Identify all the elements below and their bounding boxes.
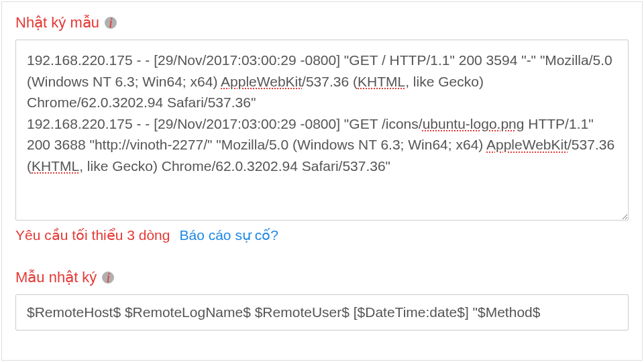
sample-log-label: Nhật ký mẫu — [15, 14, 99, 32]
sample-log-label-row: Nhật ký mẫu i — [15, 14, 629, 32]
sample-log-textarea[interactable]: 192.168.220.175 - - [29/Nov/2017:03:00:2… — [15, 40, 629, 221]
log-pattern-label-row: Mẫu nhật ký i — [15, 269, 629, 286]
log-pattern-label: Mẫu nhật ký — [15, 269, 97, 286]
log-pattern-input[interactable]: $RemoteHost$ $RemoteLogName$ $RemoteUser… — [15, 294, 629, 330]
hint-row: Yêu cầu tối thiểu 3 dòng Báo cáo sự cố? — [15, 227, 629, 243]
info-icon[interactable]: i — [102, 272, 114, 284]
info-icon[interactable]: i — [105, 17, 117, 29]
report-issue-link[interactable]: Báo cáo sự cố? — [179, 227, 278, 243]
min-lines-error: Yêu cầu tối thiểu 3 dòng — [15, 227, 170, 243]
log-pattern-section: Mẫu nhật ký i $RemoteHost$ $RemoteLogNam… — [15, 269, 629, 330]
form-container: Nhật ký mẫu i 192.168.220.175 - - [29/No… — [1, 1, 643, 361]
